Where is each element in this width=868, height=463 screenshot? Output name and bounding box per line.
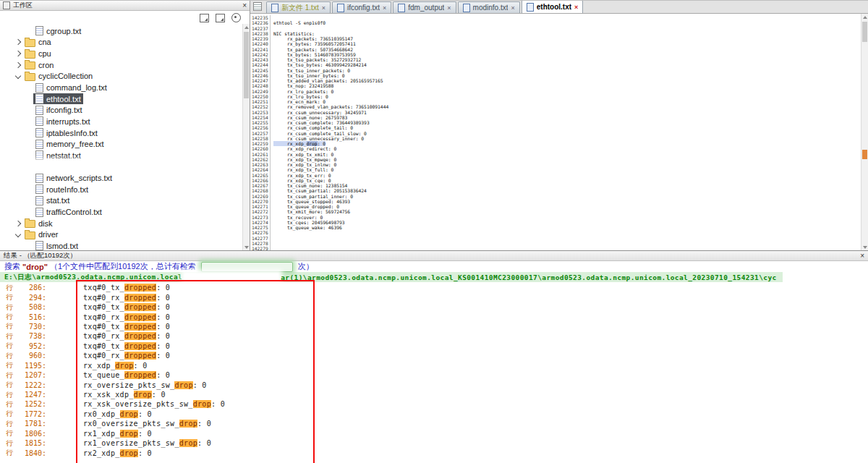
result-row[interactable]: 行294:txq#0_rx_dropped: 0 xyxy=(0,292,868,302)
editor-line: 142268 tx_csum_partial: 205153836424 xyxy=(250,188,861,193)
tree-item-file[interactable]: iptablesInfo.txt xyxy=(0,127,243,139)
workspace-toolbar xyxy=(0,11,250,25)
tree-item-label: memory_free.txt xyxy=(46,140,103,148)
row-text-pre: txq#0_rx_ xyxy=(83,313,124,321)
row-text-post: : 0 xyxy=(156,303,170,311)
file-icon xyxy=(35,208,43,217)
document-list-icon[interactable] xyxy=(253,2,262,11)
result-row[interactable]: 行1207:tx_queue_dropped: 0 xyxy=(0,370,868,380)
locate-file-icon[interactable] xyxy=(231,13,241,22)
line-text: rx_csum_complete_tail_slow: 0 xyxy=(273,131,367,136)
scroll-up-icon[interactable] xyxy=(243,24,250,30)
tree-item-file[interactable]: routeInfo.txt xyxy=(0,184,243,195)
tab-1[interactable]: ifconfig.txt× xyxy=(332,1,391,13)
close-tab-icon[interactable]: × xyxy=(511,4,514,12)
tree-item-file[interactable]: lsmod.txt xyxy=(0,240,243,250)
tree-item-folder[interactable]: driver xyxy=(0,229,243,241)
result-row[interactable]: 行730:txq#0_tx_dropped: 0 xyxy=(0,322,868,331)
tree-item-label: trafficControl.txt xyxy=(46,208,102,216)
tree-item-file[interactable]: stat.txt xyxy=(0,195,243,207)
tab-3[interactable]: modinfo.txt× xyxy=(458,1,520,13)
result-row[interactable]: 行1222:rx_oversize_pkts_sw_drop: 0 xyxy=(0,380,868,389)
line-number: 142249 xyxy=(250,89,271,94)
editor-line: 142253 rx_csum_unnecessary: 34245971 xyxy=(250,110,861,115)
tree-item-file[interactable]: memory_free.txt xyxy=(0,138,243,150)
result-row[interactable]: 行1840:rx2_xdp_drop: 0 xyxy=(0,448,868,457)
result-row[interactable]: 行738:txq#0_rx_dropped: 0 xyxy=(0,331,868,341)
scroll-down-icon[interactable] xyxy=(243,244,250,250)
result-row[interactable]: 行508:txq#0_tx_dropped: 0 xyxy=(0,302,868,312)
editor-line: 142257 rx_csum_complete_tail_slow: 0 xyxy=(250,131,861,136)
tab-4[interactable]: ethtool.txt× xyxy=(522,1,584,13)
close-results-button[interactable]: × xyxy=(860,252,864,260)
close-tab-icon[interactable]: × xyxy=(447,4,451,12)
row-content: txq#0_tx_dropped: 0 xyxy=(83,303,170,311)
tree-scrollbar[interactable] xyxy=(242,24,250,250)
row-text-pre: txq#0_tx_ xyxy=(83,342,124,350)
collapse-all-icon[interactable] xyxy=(216,14,225,22)
tree-item-redacted[interactable] xyxy=(0,161,243,173)
sync-workspace-icon[interactable] xyxy=(200,14,209,22)
line-text: rx_csum_none: 26759783 xyxy=(273,115,347,120)
tree-file-entry: ifconfig.txt xyxy=(33,105,85,116)
line-number: 142239 xyxy=(250,36,271,41)
tree-item-file[interactable]: ifconfig.txt xyxy=(0,104,243,116)
tree-item-file[interactable]: interrupts.txt xyxy=(0,116,243,127)
tree-item-file[interactable]: netstat.txt xyxy=(0,150,243,161)
line-number: 142250 xyxy=(250,94,271,99)
tree-item-folder[interactable]: disk xyxy=(0,218,243,229)
result-row[interactable]: 行1781:rx0_oversize_pkts_sw_drop: 0 xyxy=(0,419,868,428)
tree-item-file[interactable]: command_log.txt xyxy=(0,82,243,93)
close-tab-icon[interactable]: × xyxy=(383,4,386,12)
result-row[interactable]: 行960:txq#0_rx_dropped: 0 xyxy=(0,351,868,360)
folder-icon xyxy=(25,73,35,81)
result-row[interactable]: 行1815:rx1_oversize_pkts_sw_drop: 0 xyxy=(0,438,868,448)
tree-item-folder[interactable]: cna xyxy=(0,37,243,48)
editor-lines[interactable]: 142235142236ethtool -S enp1s0f0142237142… xyxy=(250,14,861,250)
match-highlight: drop xyxy=(179,439,197,447)
line-number: 142235 xyxy=(250,15,271,20)
line-text: rx_xdp_tx_cqe: 0 xyxy=(273,178,331,183)
result-file-path[interactable]: E:\日志\armod0523.odata.ncmp.unicom.local … xyxy=(0,272,783,282)
scroll-down-icon[interactable] xyxy=(861,244,868,250)
redaction-blur xyxy=(201,262,293,272)
close-tab-icon[interactable]: × xyxy=(574,4,578,11)
row-content: rx_oversize_pkts_sw_drop: 0 xyxy=(83,381,207,389)
scrollbar-thumb[interactable] xyxy=(862,22,867,42)
tree-item-folder[interactable]: cpu xyxy=(0,48,243,59)
editor-line: 142249 rx_lro_packets: 0 xyxy=(250,89,861,94)
editor-line: 142274 tx_cqes: 204596498793 xyxy=(250,220,861,225)
tree-item-file[interactable]: trafficControl.txt xyxy=(0,206,243,218)
tab-2[interactable]: fdm_output× xyxy=(393,1,456,13)
result-row[interactable]: 行516:txq#0_rx_dropped: 0 xyxy=(0,312,868,321)
tree-file-entry: ethtool.txt xyxy=(33,93,83,104)
editor-line: 142271 tx_queue_dropped: 0 xyxy=(250,204,861,209)
editor-line: 142242 tx_bytes: 514607839753959 xyxy=(250,52,861,57)
result-row[interactable]: 行1772:rx0_xdp_drop: 0 xyxy=(0,409,868,419)
close-panel-button[interactable]: × xyxy=(242,2,247,9)
result-row[interactable]: 行1806:rx1_xdp_drop: 0 xyxy=(0,429,868,438)
row-line-number: 1252: xyxy=(13,400,46,408)
editor-scrollbar[interactable] xyxy=(861,14,868,250)
tree-item-folder[interactable]: cron xyxy=(0,59,243,71)
close-tab-icon[interactable]: × xyxy=(322,4,326,12)
row-text-pre: rx_xsk_oversize_pkts_sw_ xyxy=(83,400,193,408)
file-icon xyxy=(35,26,43,35)
result-row[interactable]: 行1252:rx_xsk_oversize_pkts_sw_drop: 0 xyxy=(0,399,868,409)
editor-line: 142245 tx_tso_inner_packets: 0 xyxy=(250,68,861,73)
scroll-up-icon[interactable] xyxy=(861,14,868,20)
result-row[interactable]: 行1247:rx_xsk_xdp_drop: 0 xyxy=(0,390,868,399)
tab-0[interactable]: 新文件 1.txt× xyxy=(266,1,331,13)
tree-item-file[interactable]: network_scripts.txt xyxy=(0,172,243,184)
tree-item-file[interactable]: ethtool.txt xyxy=(0,93,243,105)
result-row[interactable]: 行286:txq#0_tx_dropped: 0 xyxy=(0,283,868,292)
editor-line: 142258 rx_csum_unnecessary_inner: 0 xyxy=(250,136,861,141)
chevron-down-icon xyxy=(15,73,21,79)
scrollbar-thumb[interactable] xyxy=(244,32,249,98)
row-line-label: 行 xyxy=(6,360,13,370)
tree-item-file[interactable]: cgroup.txt xyxy=(0,25,243,37)
tree-item-folder[interactable]: cyclicCollection xyxy=(0,71,243,82)
result-row[interactable]: 行952:txq#0_tx_dropped: 0 xyxy=(0,341,868,351)
result-row[interactable]: 行1195:rx_xdp_drop: 0 xyxy=(0,361,868,370)
match-highlight: drop xyxy=(307,141,318,146)
